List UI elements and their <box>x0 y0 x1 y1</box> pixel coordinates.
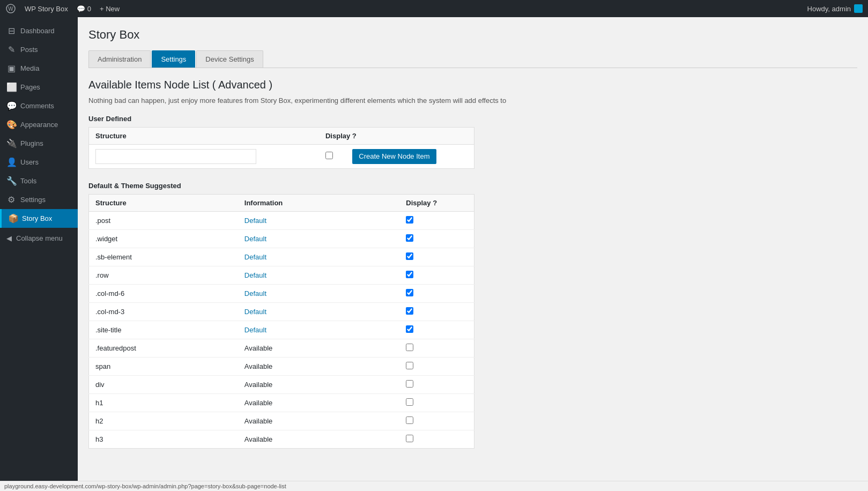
tab-bar: Administration Settings Device Settings <box>88 50 857 68</box>
admin-bar: W WP Story Box 💬 0 + New Howdy, admin <box>0 0 868 17</box>
tab-settings[interactable]: Settings <box>152 50 195 68</box>
sidebar-item-label: Appearance <box>20 121 58 129</box>
sidebar-item-label: Settings <box>20 196 46 204</box>
tab-device-settings[interactable]: Device Settings <box>196 50 263 68</box>
row-display <box>399 266 474 284</box>
display-checkbox[interactable] <box>406 398 413 406</box>
info-link[interactable]: Default <box>244 235 266 243</box>
media-icon: ▣ <box>6 63 16 73</box>
user-table-header-structure: Structure <box>89 127 319 144</box>
row-structure: .col-md-6 <box>89 284 238 302</box>
row-info[interactable]: Default <box>238 284 400 302</box>
display-checkbox[interactable] <box>406 325 413 333</box>
sidebar-item-label: Tools <box>20 177 36 185</box>
info-link[interactable]: Default <box>244 308 266 316</box>
plugins-icon: 🔌 <box>6 138 16 148</box>
row-info[interactable]: Default <box>238 321 400 339</box>
comments-link[interactable]: 💬 0 <box>77 5 91 13</box>
create-node-item-button[interactable]: Create New Node Item <box>352 149 436 164</box>
display-checkbox[interactable] <box>406 307 413 315</box>
row-display <box>399 357 474 375</box>
table-row: h1Available <box>89 393 474 412</box>
table-row: divAvailable <box>89 375 474 393</box>
sidebar-item-settings[interactable]: ⚙ Settings <box>0 190 78 209</box>
sidebar-item-media[interactable]: ▣ Media <box>0 59 78 78</box>
wp-logo-icon[interactable]: W <box>5 3 16 14</box>
collapse-menu-button[interactable]: ◀ Collapse menu <box>0 230 78 247</box>
row-info[interactable]: Default <box>238 248 400 266</box>
table-row: spanAvailable <box>89 357 474 375</box>
sidebar-item-appearance[interactable]: 🎨 Appearance <box>0 115 78 134</box>
sidebar-item-label: Dashboard <box>20 27 55 35</box>
user-defined-label: User Defined <box>88 115 857 123</box>
row-display <box>399 284 474 302</box>
sidebar-item-tools[interactable]: 🔧 Tools <box>0 172 78 190</box>
user-display-checkbox[interactable] <box>325 152 333 159</box>
row-display <box>399 248 474 266</box>
pages-icon: ⬜ <box>6 82 16 92</box>
display-checkbox[interactable] <box>406 234 413 242</box>
default-theme-label: Default & Theme Suggested <box>88 182 857 190</box>
table-row: .col-md-6Default <box>89 284 474 302</box>
comments-icon: 💬 <box>6 101 16 111</box>
structure-input[interactable] <box>95 149 256 164</box>
row-structure: h2 <box>89 412 238 430</box>
sidebar-item-posts[interactable]: ✎ Posts <box>0 40 78 59</box>
collapse-label: Collapse menu <box>16 234 63 242</box>
table-row: .rowDefault <box>89 266 474 284</box>
display-checkbox[interactable] <box>406 271 413 278</box>
info-link[interactable]: Default <box>244 253 266 261</box>
row-info[interactable]: Default <box>238 266 400 284</box>
user-table-row: Create New Node Item <box>89 144 474 168</box>
table-row: h3Available <box>89 430 474 448</box>
row-info[interactable]: Default <box>238 229 400 248</box>
row-display <box>399 302 474 321</box>
user-defined-table: Structure Display ? Create New Node Item <box>88 127 474 169</box>
row-info: Available <box>238 430 400 448</box>
sidebar-item-label: Pages <box>20 83 40 91</box>
display-checkbox[interactable] <box>406 344 413 351</box>
display-checkbox[interactable] <box>406 362 413 369</box>
user-structure-cell <box>89 144 319 168</box>
section-title: Available Items Node List ( Advanced ) <box>88 79 857 91</box>
info-link[interactable]: Default <box>244 326 266 334</box>
default-header-structure: Structure <box>89 194 238 211</box>
display-checkbox[interactable] <box>406 435 413 442</box>
table-row: h2Available <box>89 412 474 430</box>
row-display <box>399 321 474 339</box>
table-row: .site-titleDefault <box>89 321 474 339</box>
tools-icon: 🔧 <box>6 176 16 186</box>
sidebar-item-comments[interactable]: 💬 Comments <box>0 96 78 115</box>
display-checkbox[interactable] <box>406 252 413 260</box>
display-checkbox[interactable] <box>406 416 413 424</box>
sidebar-item-dashboard[interactable]: ⊟ Dashboard <box>0 21 78 40</box>
row-info: Available <box>238 339 400 357</box>
info-link[interactable]: Default <box>244 271 266 279</box>
story-box-icon: 📦 <box>8 213 18 224</box>
default-header-display: Display ? <box>399 194 474 211</box>
sidebar-item-users[interactable]: 👤 Users <box>0 153 78 172</box>
info-link[interactable]: Default <box>244 217 266 225</box>
display-checkbox[interactable] <box>406 216 413 224</box>
display-checkbox[interactable] <box>406 289 413 296</box>
row-structure: .widget <box>89 229 238 248</box>
row-structure: span <box>89 357 238 375</box>
sidebar-item-label: Media <box>20 64 39 72</box>
row-display <box>399 412 474 430</box>
tab-administration[interactable]: Administration <box>88 50 151 68</box>
new-link[interactable]: + New <box>100 5 120 13</box>
row-display <box>399 229 474 248</box>
row-info[interactable]: Default <box>238 302 400 321</box>
sidebar-item-pages[interactable]: ⬜ Pages <box>0 78 78 96</box>
display-checkbox[interactable] <box>406 380 413 388</box>
sidebar-item-label: Posts <box>20 46 38 54</box>
table-row: .sb-elementDefault <box>89 248 474 266</box>
row-info[interactable]: Default <box>238 211 400 229</box>
settings-icon: ⚙ <box>6 195 16 205</box>
sidebar-item-story-box[interactable]: 📦 Story Box <box>0 209 78 228</box>
sidebar-item-plugins[interactable]: 🔌 Plugins <box>0 134 78 153</box>
table-row: .col-md-3Default <box>89 302 474 321</box>
info-link[interactable]: Default <box>244 289 266 297</box>
row-structure: h3 <box>89 430 238 448</box>
site-name[interactable]: WP Story Box <box>25 5 68 13</box>
